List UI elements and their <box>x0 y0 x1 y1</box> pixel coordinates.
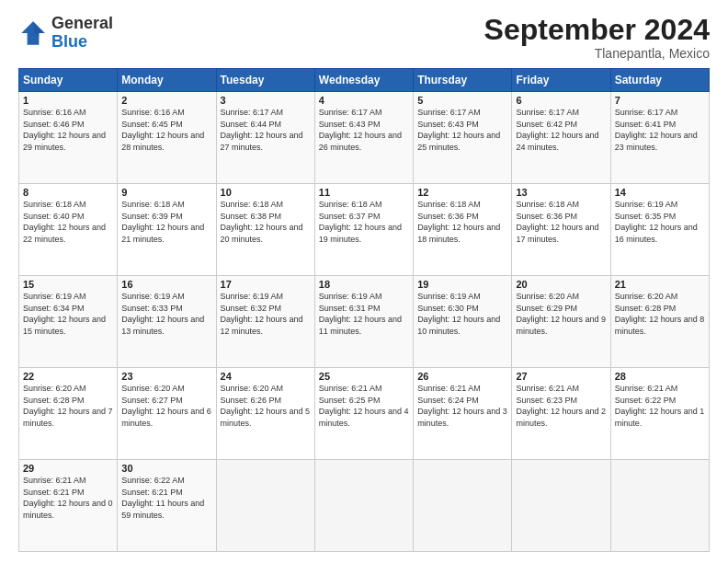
month-title: September 2024 <box>484 15 710 44</box>
day-cell-11: 11 Sunrise: 6:18 AMSunset: 6:37 PMDaylig… <box>314 184 413 276</box>
day-detail: Sunrise: 6:21 AMSunset: 6:21 PMDaylight:… <box>23 476 113 520</box>
day-number: 3 <box>221 95 311 106</box>
logo-general: General <box>51 14 113 32</box>
day-detail: Sunrise: 6:19 AMSunset: 6:33 PMDaylight:… <box>121 292 204 336</box>
day-detail: Sunrise: 6:16 AMSunset: 6:45 PMDaylight:… <box>121 108 204 152</box>
col-header-thursday: Thursday <box>414 69 512 92</box>
day-detail: Sunrise: 6:18 AMSunset: 6:38 PMDaylight:… <box>221 200 303 244</box>
empty-cell <box>314 460 413 552</box>
logo-text: General Blue <box>51 15 113 52</box>
day-detail: Sunrise: 6:18 AMSunset: 6:40 PMDaylight:… <box>23 200 106 244</box>
day-cell-15: 15 Sunrise: 6:19 AMSunset: 6:34 PMDaylig… <box>19 276 118 368</box>
day-number: 8 <box>23 187 113 198</box>
day-number: 13 <box>516 187 606 198</box>
day-detail: Sunrise: 6:20 AMSunset: 6:28 PMDaylight:… <box>23 384 113 428</box>
day-number: 27 <box>516 371 606 382</box>
day-cell-8: 8 Sunrise: 6:18 AMSunset: 6:40 PMDayligh… <box>19 184 118 276</box>
title-area: September 2024 Tlanepantla, Mexico <box>484 15 710 61</box>
day-number: 5 <box>417 95 507 106</box>
day-number: 22 <box>23 371 113 382</box>
day-cell-30: 30 Sunrise: 6:22 AMSunset: 6:21 PMDaylig… <box>118 460 216 552</box>
col-header-sunday: Sunday <box>19 69 118 92</box>
day-number: 28 <box>615 371 705 382</box>
header-row: SundayMondayTuesdayWednesdayThursdayFrid… <box>19 69 710 92</box>
day-number: 10 <box>221 187 311 198</box>
day-detail: Sunrise: 6:22 AMSunset: 6:21 PMDaylight:… <box>121 476 204 520</box>
week-row-1: 1 Sunrise: 6:16 AMSunset: 6:46 PMDayligh… <box>19 92 710 184</box>
day-cell-21: 21 Sunrise: 6:20 AMSunset: 6:28 PMDaylig… <box>610 276 709 368</box>
day-detail: Sunrise: 6:20 AMSunset: 6:26 PMDaylight:… <box>221 384 311 428</box>
day-detail: Sunrise: 6:18 AMSunset: 6:36 PMDaylight:… <box>516 200 598 244</box>
day-detail: Sunrise: 6:17 AMSunset: 6:41 PMDaylight:… <box>615 108 698 152</box>
day-detail: Sunrise: 6:19 AMSunset: 6:30 PMDaylight:… <box>417 292 500 336</box>
day-cell-4: 4 Sunrise: 6:17 AMSunset: 6:43 PMDayligh… <box>314 92 413 184</box>
day-number: 7 <box>615 95 705 106</box>
week-row-4: 22 Sunrise: 6:20 AMSunset: 6:28 PMDaylig… <box>19 368 710 460</box>
day-number: 11 <box>319 187 409 198</box>
day-number: 20 <box>516 279 606 290</box>
day-cell-24: 24 Sunrise: 6:20 AMSunset: 6:26 PMDaylig… <box>216 368 314 460</box>
col-header-tuesday: Tuesday <box>216 69 314 92</box>
day-detail: Sunrise: 6:21 AMSunset: 6:22 PMDaylight:… <box>615 384 705 428</box>
day-detail: Sunrise: 6:19 AMSunset: 6:35 PMDaylight:… <box>615 200 698 244</box>
day-cell-5: 5 Sunrise: 6:17 AMSunset: 6:43 PMDayligh… <box>414 92 512 184</box>
page: General Blue September 2024 Tlanepantla,… <box>0 0 728 563</box>
day-detail: Sunrise: 6:18 AMSunset: 6:39 PMDaylight:… <box>121 200 204 244</box>
day-cell-10: 10 Sunrise: 6:18 AMSunset: 6:38 PMDaylig… <box>216 184 314 276</box>
logo: General Blue <box>18 15 113 52</box>
day-detail: Sunrise: 6:17 AMSunset: 6:44 PMDaylight:… <box>221 108 303 152</box>
day-cell-7: 7 Sunrise: 6:17 AMSunset: 6:41 PMDayligh… <box>610 92 709 184</box>
day-cell-22: 22 Sunrise: 6:20 AMSunset: 6:28 PMDaylig… <box>19 368 118 460</box>
day-cell-2: 2 Sunrise: 6:16 AMSunset: 6:45 PMDayligh… <box>118 92 216 184</box>
empty-cell <box>512 460 610 552</box>
day-number: 30 <box>121 463 211 474</box>
col-header-saturday: Saturday <box>610 69 709 92</box>
day-number: 19 <box>417 279 507 290</box>
col-header-monday: Monday <box>118 69 216 92</box>
day-detail: Sunrise: 6:21 AMSunset: 6:24 PMDaylight:… <box>417 384 507 428</box>
day-cell-1: 1 Sunrise: 6:16 AMSunset: 6:46 PMDayligh… <box>19 92 118 184</box>
week-row-3: 15 Sunrise: 6:19 AMSunset: 6:34 PMDaylig… <box>19 276 710 368</box>
day-detail: Sunrise: 6:19 AMSunset: 6:34 PMDaylight:… <box>23 292 106 336</box>
day-cell-29: 29 Sunrise: 6:21 AMSunset: 6:21 PMDaylig… <box>19 460 118 552</box>
empty-cell <box>414 460 512 552</box>
day-number: 26 <box>417 371 507 382</box>
day-detail: Sunrise: 6:21 AMSunset: 6:25 PMDaylight:… <box>319 384 409 428</box>
day-number: 17 <box>221 279 311 290</box>
empty-cell <box>216 460 314 552</box>
day-cell-3: 3 Sunrise: 6:17 AMSunset: 6:44 PMDayligh… <box>216 92 314 184</box>
logo-blue: Blue <box>51 32 87 51</box>
col-header-wednesday: Wednesday <box>314 69 413 92</box>
day-cell-9: 9 Sunrise: 6:18 AMSunset: 6:39 PMDayligh… <box>118 184 216 276</box>
day-detail: Sunrise: 6:17 AMSunset: 6:43 PMDaylight:… <box>319 108 402 152</box>
day-number: 29 <box>23 463 113 474</box>
day-detail: Sunrise: 6:20 AMSunset: 6:28 PMDaylight:… <box>615 292 705 336</box>
day-cell-25: 25 Sunrise: 6:21 AMSunset: 6:25 PMDaylig… <box>314 368 413 460</box>
day-cell-13: 13 Sunrise: 6:18 AMSunset: 6:36 PMDaylig… <box>512 184 610 276</box>
day-number: 2 <box>121 95 211 106</box>
day-detail: Sunrise: 6:20 AMSunset: 6:29 PMDaylight:… <box>516 292 606 336</box>
day-cell-20: 20 Sunrise: 6:20 AMSunset: 6:29 PMDaylig… <box>512 276 610 368</box>
day-number: 4 <box>319 95 409 106</box>
calendar-table: SundayMondayTuesdayWednesdayThursdayFrid… <box>18 68 710 552</box>
day-cell-26: 26 Sunrise: 6:21 AMSunset: 6:24 PMDaylig… <box>414 368 512 460</box>
col-header-friday: Friday <box>512 69 610 92</box>
day-number: 14 <box>615 187 705 198</box>
day-detail: Sunrise: 6:19 AMSunset: 6:31 PMDaylight:… <box>319 292 402 336</box>
week-row-2: 8 Sunrise: 6:18 AMSunset: 6:40 PMDayligh… <box>19 184 710 276</box>
day-number: 21 <box>615 279 705 290</box>
day-cell-14: 14 Sunrise: 6:19 AMSunset: 6:35 PMDaylig… <box>610 184 709 276</box>
day-number: 9 <box>121 187 211 198</box>
location: Tlanepantla, Mexico <box>484 46 710 61</box>
day-number: 16 <box>121 279 211 290</box>
day-detail: Sunrise: 6:17 AMSunset: 6:42 PMDaylight:… <box>516 108 598 152</box>
day-cell-23: 23 Sunrise: 6:20 AMSunset: 6:27 PMDaylig… <box>118 368 216 460</box>
day-cell-16: 16 Sunrise: 6:19 AMSunset: 6:33 PMDaylig… <box>118 276 216 368</box>
day-detail: Sunrise: 6:20 AMSunset: 6:27 PMDaylight:… <box>121 384 211 428</box>
day-number: 24 <box>221 371 311 382</box>
logo-icon <box>18 18 48 48</box>
day-number: 6 <box>516 95 606 106</box>
day-number: 23 <box>121 371 211 382</box>
day-detail: Sunrise: 6:18 AMSunset: 6:36 PMDaylight:… <box>417 200 500 244</box>
day-cell-12: 12 Sunrise: 6:18 AMSunset: 6:36 PMDaylig… <box>414 184 512 276</box>
